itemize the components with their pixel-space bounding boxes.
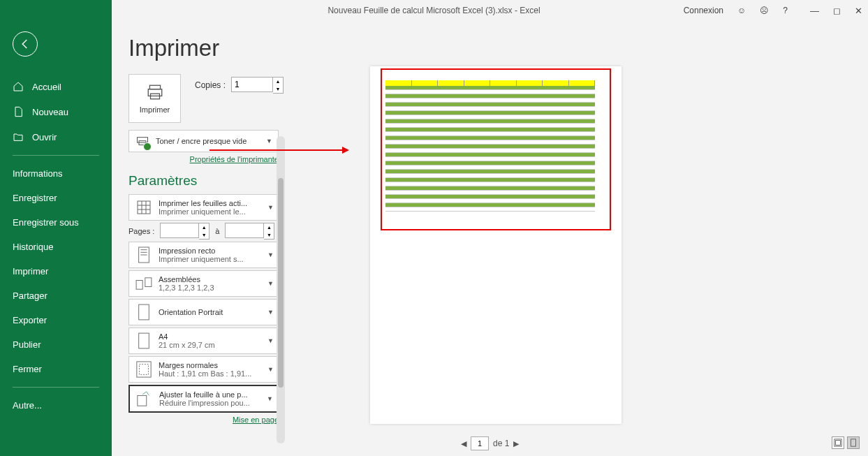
page-number-input[interactable]	[471, 436, 489, 450]
printer-status-icon	[135, 133, 150, 149]
nav-new[interactable]: Nouveau	[0, 99, 112, 124]
recto-icon	[133, 244, 154, 265]
pages-label: Pages :	[128, 227, 154, 235]
svg-rect-14	[136, 280, 142, 289]
settings-title: Paramètres	[128, 173, 279, 189]
new-icon	[13, 106, 24, 117]
setting-recto[interactable]: Impression rectoImprimer uniquement s...…	[128, 242, 279, 268]
maximize-button[interactable]: ◻	[833, 6, 841, 16]
collate-icon	[133, 273, 154, 294]
nav-save[interactable]: Enregistrer	[0, 186, 112, 210]
svg-rect-0	[149, 85, 160, 89]
nav-close[interactable]: Fermer	[0, 357, 112, 381]
chevron-down-icon: ▼	[267, 251, 274, 258]
printer-icon	[145, 83, 165, 101]
page-title: Imprimer	[128, 35, 868, 61]
svg-marker-22	[342, 147, 349, 154]
chevron-down-icon: ▼	[267, 204, 274, 211]
chevron-down-icon: ▼	[267, 395, 273, 402]
show-margins-button[interactable]	[832, 436, 844, 449]
svg-rect-25	[851, 439, 856, 446]
open-icon	[13, 131, 24, 142]
help-icon[interactable]: ?	[783, 6, 788, 15]
margins-icon	[133, 359, 154, 380]
sad-icon[interactable]: ☹	[760, 6, 769, 15]
home-icon	[13, 81, 24, 92]
svg-rect-17	[139, 333, 149, 348]
close-button[interactable]: ✕	[855, 6, 862, 16]
setting-paper[interactable]: A421 cm x 29,7 cm ▼	[128, 328, 279, 354]
paper-icon	[133, 330, 154, 351]
copies-label: Copies :	[195, 80, 226, 90]
setting-collate[interactable]: Assemblées1,2,3 1,2,3 1,2,3 ▼	[128, 270, 279, 297]
pages-from-down[interactable]: ▼	[199, 231, 209, 239]
nav-saveas[interactable]: Enregistrer sous	[0, 210, 112, 235]
print-button[interactable]: Imprimer	[128, 74, 181, 123]
scale-icon	[134, 388, 155, 409]
svg-rect-24	[836, 441, 841, 446]
next-page-button[interactable]: ▶	[513, 439, 519, 448]
copies-input[interactable]	[231, 77, 273, 92]
annotation-arrow	[209, 143, 349, 157]
svg-rect-20	[138, 395, 147, 406]
zoom-to-page-button[interactable]	[847, 436, 860, 449]
pages-to-input[interactable]	[225, 223, 264, 238]
nav-export[interactable]: Exporter	[0, 308, 112, 332]
copies-down[interactable]: ▼	[273, 85, 283, 93]
chevron-down-icon: ▼	[267, 366, 274, 373]
nav-open[interactable]: Ouvrir	[0, 124, 112, 149]
preview-table-content	[385, 80, 595, 212]
prev-page-button[interactable]: ◀	[461, 439, 466, 448]
nav-share[interactable]: Partager	[0, 284, 112, 308]
nav-more[interactable]: Autre...	[0, 393, 112, 418]
page-total-label: de 1	[493, 439, 509, 448]
chevron-down-icon: ▼	[267, 309, 274, 316]
chevron-down-icon: ▼	[267, 280, 274, 287]
copies-up[interactable]: ▲	[273, 78, 283, 85]
pages-to-up[interactable]: ▲	[264, 223, 274, 231]
chevron-down-icon: ▼	[267, 337, 274, 344]
smile-icon[interactable]: ☺	[737, 6, 746, 15]
svg-rect-15	[145, 278, 152, 287]
nav-divider	[13, 155, 99, 156]
login-link[interactable]: Connexion	[684, 6, 723, 15]
nav-history: Historique	[0, 235, 112, 259]
page-navigation: ◀ de 1 ▶	[461, 436, 519, 450]
backstage-sidebar: Accueil Nouveau Ouvrir Informations Enre…	[0, 0, 112, 456]
setting-orientation[interactable]: Orientation Portrait ▼	[128, 299, 279, 325]
svg-rect-16	[139, 304, 149, 320]
setting-margins[interactable]: Marges normalesHaut : 1,91 cm Bas : 1,91…	[128, 356, 279, 383]
minimize-button[interactable]: —	[810, 6, 819, 16]
setting-print-sheets[interactable]: Imprimer les feuilles acti...Imprimer un…	[128, 194, 279, 221]
setting-scale[interactable]: Ajuster la feuille à une p...Réduire l'i…	[128, 385, 279, 413]
window-title: Nouveau Feuille de calcul Microsoft Exce…	[328, 6, 540, 15]
orientation-icon	[133, 302, 154, 323]
nav-divider-2	[13, 387, 99, 388]
svg-rect-19	[140, 365, 149, 375]
pages-from-up[interactable]: ▲	[199, 223, 209, 231]
settings-scrollbar[interactable]	[277, 136, 285, 443]
nav-info[interactable]: Informations	[0, 161, 112, 186]
pages-from-input[interactable]	[160, 223, 199, 238]
nav-print[interactable]: Imprimer	[0, 259, 112, 284]
svg-rect-5	[138, 201, 150, 214]
nav-publish[interactable]: Publier	[0, 332, 112, 357]
sheets-icon	[133, 197, 154, 218]
nav-home[interactable]: Accueil	[0, 74, 112, 99]
page-setup-link[interactable]: Mise en page	[128, 415, 279, 424]
back-button[interactable]	[13, 31, 38, 57]
pages-to-down[interactable]: ▼	[264, 231, 274, 239]
